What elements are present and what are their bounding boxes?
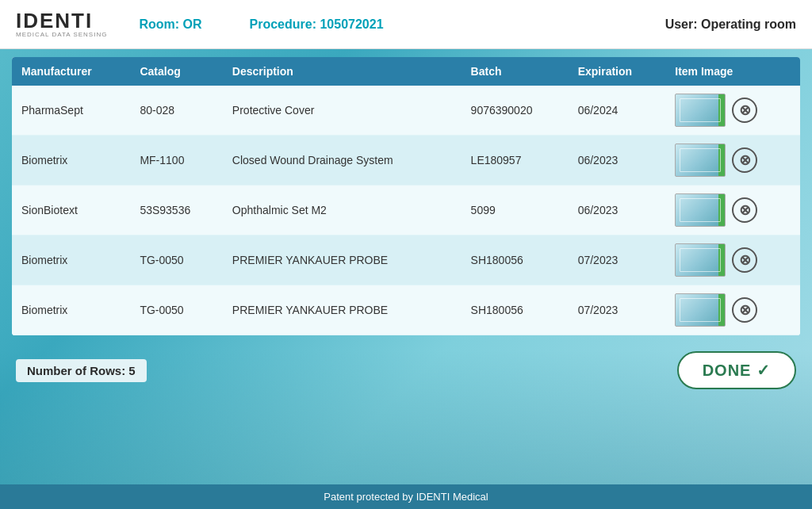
cell-item-image: ⊗ (665, 86, 800, 136)
item-thumbnail (675, 94, 726, 127)
cell-manufacturer: Biometrix (12, 285, 130, 335)
footer: Patent protected by IDENTI Medical (0, 484, 812, 509)
table-row: SionBiotext 53S93536 Ophthalmic Set M2 5… (12, 186, 800, 235)
procedure-field: Procedure: 105072021 (250, 17, 384, 32)
thumb-accent (718, 94, 725, 126)
table-row: Biometrix MF-1100 Closed Wound Drainage … (12, 136, 800, 186)
cell-batch: SH180056 (462, 235, 569, 285)
item-thumbnail (675, 193, 726, 227)
cell-description: PREMIER YANKAUER PROBE (223, 285, 462, 335)
table-row: Biometrix TG-0050 PREMIER YANKAUER PROBE… (12, 235, 800, 285)
thumb-accent (718, 294, 725, 326)
room-value: OR (183, 17, 202, 31)
delete-row-button[interactable]: ⊗ (732, 98, 757, 123)
table-header-row: Manufacturer Catalog Description Batch E… (12, 57, 800, 86)
col-manufacturer: Manufacturer (12, 57, 130, 86)
cell-catalog: 80-028 (130, 86, 222, 136)
item-thumbnail (675, 144, 726, 177)
user-field: User: Operating room (665, 17, 796, 32)
cell-batch: 9076390020 (462, 86, 569, 136)
delete-row-button[interactable]: ⊗ (732, 247, 757, 273)
cell-description: Protective Cover (223, 86, 462, 136)
table-row: Biometrix TG-0050 PREMIER YANKAUER PROBE… (12, 285, 800, 335)
logo-subtitle: MEDICAL DATA SENSING (16, 31, 107, 38)
cell-expiration: 07/2023 (569, 285, 666, 335)
procedure-label: Procedure: (250, 17, 316, 31)
col-item-image: Item Image (665, 57, 800, 86)
cell-manufacturer: Biometrix (12, 136, 130, 186)
header-info: Room: OR Procedure: 105072021 User: Oper… (139, 17, 796, 32)
cell-batch: LE180957 (462, 136, 569, 186)
table-row: PharmaSept 80-028 Protective Cover 90763… (12, 86, 800, 136)
cell-item-image: ⊗ (665, 186, 800, 235)
procedure-value: 105072021 (320, 17, 383, 31)
user-value: Operating room (701, 17, 796, 31)
room-field: Room: OR (139, 17, 201, 32)
col-batch: Batch (462, 57, 569, 86)
cell-item-image: ⊗ (665, 285, 800, 335)
cell-description: Ophthalmic Set M2 (223, 186, 462, 235)
done-button[interactable]: DONE ✓ (677, 351, 796, 389)
room-label: Room: (139, 17, 179, 31)
thumb-accent (718, 144, 725, 176)
cell-catalog: TG-0050 (130, 285, 222, 335)
delete-row-button[interactable]: ⊗ (732, 147, 757, 173)
col-description: Description (223, 57, 462, 86)
thumb-accent (718, 244, 725, 276)
cell-item-image: ⊗ (665, 136, 800, 186)
item-thumbnail (675, 243, 726, 277)
footer-text: Patent protected by IDENTI Medical (324, 491, 488, 503)
user-label: User: (665, 17, 698, 31)
cell-expiration: 06/2024 (569, 86, 666, 136)
item-thumbnail (675, 293, 726, 327)
cell-batch: SH180056 (462, 285, 569, 335)
header: IDENTI MEDICAL DATA SENSING Room: OR Pro… (0, 0, 812, 49)
delete-row-button[interactable]: ⊗ (732, 197, 757, 223)
row-count: Number of Rows: 5 (16, 359, 147, 382)
cell-catalog: MF-1100 (130, 136, 222, 186)
cell-expiration: 06/2023 (569, 136, 666, 186)
bottom-bar: Number of Rows: 5 DONE ✓ (0, 343, 812, 397)
col-expiration: Expiration (569, 57, 666, 86)
col-catalog: Catalog (130, 57, 222, 86)
cell-item-image: ⊗ (665, 235, 800, 285)
cell-description: Closed Wound Drainage System (223, 136, 462, 186)
cell-catalog: TG-0050 (130, 235, 222, 285)
cell-catalog: 53S93536 (130, 186, 222, 235)
delete-row-button[interactable]: ⊗ (732, 297, 757, 323)
logo-area: IDENTI MEDICAL DATA SENSING (16, 10, 107, 38)
cell-expiration: 06/2023 (569, 186, 666, 235)
cell-expiration: 07/2023 (569, 235, 666, 285)
thumb-accent (718, 194, 725, 226)
cell-batch: 5099 (462, 186, 569, 235)
cell-manufacturer: Biometrix (12, 235, 130, 285)
cell-manufacturer: SionBiotext (12, 186, 130, 235)
logo-text: IDENTI (16, 10, 107, 31)
data-table: Manufacturer Catalog Description Batch E… (12, 57, 800, 335)
cell-manufacturer: PharmaSept (12, 86, 130, 136)
main-content: Manufacturer Catalog Description Batch E… (12, 57, 800, 335)
cell-description: PREMIER YANKAUER PROBE (223, 235, 462, 285)
